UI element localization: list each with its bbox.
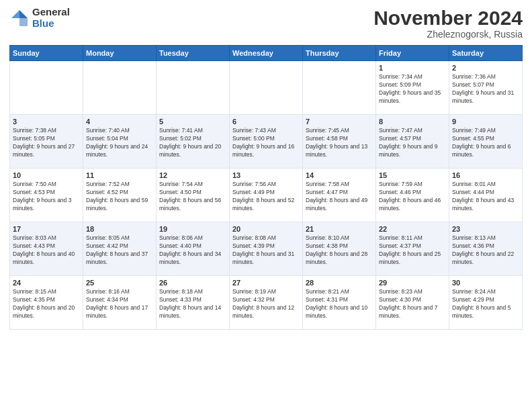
day-number: 10 <box>13 171 80 179</box>
col-sunday: Sunday <box>10 46 83 61</box>
day-info: Sunrise: 8:13 AM Sunset: 4:36 PM Dayligh… <box>452 234 519 267</box>
day-number: 2 <box>452 64 519 72</box>
table-row: 6Sunrise: 7:43 AM Sunset: 5:00 PM Daylig… <box>230 115 303 169</box>
table-row: 11Sunrise: 7:52 AM Sunset: 4:52 PM Dayli… <box>83 169 157 222</box>
day-info: Sunrise: 8:01 AM Sunset: 4:44 PM Dayligh… <box>452 181 519 213</box>
day-info: Sunrise: 7:52 AM Sunset: 4:52 PM Dayligh… <box>86 181 153 213</box>
logo-icon <box>9 8 30 28</box>
location: Zheleznogorsk, Russia <box>373 29 523 40</box>
day-number: 14 <box>306 171 373 179</box>
table-row <box>157 61 230 115</box>
table-row: 9Sunrise: 7:49 AM Sunset: 4:55 PM Daylig… <box>449 115 523 169</box>
col-wednesday: Wednesday <box>230 46 303 61</box>
day-info: Sunrise: 7:36 AM Sunset: 5:07 PM Dayligh… <box>452 73 519 105</box>
table-row: 16Sunrise: 8:01 AM Sunset: 4:44 PM Dayli… <box>449 169 523 222</box>
col-thursday: Thursday <box>303 46 376 61</box>
table-row: 14Sunrise: 7:58 AM Sunset: 4:47 PM Dayli… <box>303 169 376 222</box>
day-number: 26 <box>159 279 226 287</box>
day-number: 29 <box>379 279 446 287</box>
day-info: Sunrise: 7:47 AM Sunset: 4:57 PM Dayligh… <box>379 127 446 159</box>
table-row: 5Sunrise: 7:41 AM Sunset: 5:02 PM Daylig… <box>157 115 230 169</box>
table-row: 1Sunrise: 7:34 AM Sunset: 5:09 PM Daylig… <box>376 61 449 115</box>
day-number: 17 <box>13 225 80 233</box>
table-row: 29Sunrise: 8:23 AM Sunset: 4:30 PM Dayli… <box>376 276 449 330</box>
day-info: Sunrise: 7:40 AM Sunset: 5:04 PM Dayligh… <box>86 127 153 159</box>
day-number: 5 <box>159 118 226 126</box>
day-info: Sunrise: 7:45 AM Sunset: 4:58 PM Dayligh… <box>306 127 373 159</box>
day-number: 16 <box>452 171 519 179</box>
logo-general-text: General <box>32 7 70 18</box>
svg-marker-1 <box>19 18 28 26</box>
day-number: 4 <box>86 118 153 126</box>
calendar-header-row: Sunday Monday Tuesday Wednesday Thursday… <box>10 46 523 61</box>
table-row: 30Sunrise: 8:24 AM Sunset: 4:29 PM Dayli… <box>449 276 523 330</box>
day-info: Sunrise: 7:41 AM Sunset: 5:02 PM Dayligh… <box>159 127 226 159</box>
page: General Blue November 2024 Zheleznogorsk… <box>0 0 532 411</box>
day-info: Sunrise: 7:56 AM Sunset: 4:49 PM Dayligh… <box>232 181 300 213</box>
table-row: 13Sunrise: 7:56 AM Sunset: 4:49 PM Dayli… <box>230 169 303 222</box>
day-number: 18 <box>86 225 153 233</box>
table-row <box>83 61 157 115</box>
day-info: Sunrise: 7:59 AM Sunset: 4:46 PM Dayligh… <box>379 181 446 213</box>
day-info: Sunrise: 8:11 AM Sunset: 4:37 PM Dayligh… <box>379 234 446 267</box>
table-row: 23Sunrise: 8:13 AM Sunset: 4:36 PM Dayli… <box>449 222 523 276</box>
day-info: Sunrise: 8:21 AM Sunset: 4:31 PM Dayligh… <box>306 288 373 320</box>
col-saturday: Saturday <box>449 46 523 61</box>
table-row: 10Sunrise: 7:50 AM Sunset: 4:53 PM Dayli… <box>10 169 83 222</box>
day-info: Sunrise: 8:16 AM Sunset: 4:34 PM Dayligh… <box>86 288 153 320</box>
day-number: 24 <box>13 279 80 287</box>
day-info: Sunrise: 7:43 AM Sunset: 5:00 PM Dayligh… <box>232 127 300 159</box>
day-info: Sunrise: 8:06 AM Sunset: 4:40 PM Dayligh… <box>159 234 226 267</box>
day-info: Sunrise: 8:03 AM Sunset: 4:43 PM Dayligh… <box>13 234 80 267</box>
day-info: Sunrise: 7:54 AM Sunset: 4:50 PM Dayligh… <box>159 181 226 213</box>
table-row: 3Sunrise: 7:38 AM Sunset: 5:05 PM Daylig… <box>10 115 83 169</box>
table-row: 21Sunrise: 8:10 AM Sunset: 4:38 PM Dayli… <box>303 222 376 276</box>
day-number: 12 <box>159 171 226 179</box>
day-info: Sunrise: 7:50 AM Sunset: 4:53 PM Dayligh… <box>13 181 80 213</box>
day-info: Sunrise: 8:08 AM Sunset: 4:39 PM Dayligh… <box>232 234 300 267</box>
day-info: Sunrise: 8:05 AM Sunset: 4:42 PM Dayligh… <box>86 234 153 267</box>
logo: General Blue <box>9 7 70 29</box>
svg-marker-0 <box>19 10 28 18</box>
table-row: 7Sunrise: 7:45 AM Sunset: 4:58 PM Daylig… <box>303 115 376 169</box>
day-number: 20 <box>232 225 300 233</box>
day-info: Sunrise: 8:24 AM Sunset: 4:29 PM Dayligh… <box>452 288 519 320</box>
table-row: 8Sunrise: 7:47 AM Sunset: 4:57 PM Daylig… <box>376 115 449 169</box>
table-row: 19Sunrise: 8:06 AM Sunset: 4:40 PM Dayli… <box>157 222 230 276</box>
table-row <box>230 61 303 115</box>
table-row: 25Sunrise: 8:16 AM Sunset: 4:34 PM Dayli… <box>83 276 157 330</box>
day-info: Sunrise: 8:23 AM Sunset: 4:30 PM Dayligh… <box>379 288 446 320</box>
day-info: Sunrise: 7:38 AM Sunset: 5:05 PM Dayligh… <box>13 127 80 159</box>
col-monday: Monday <box>83 46 157 61</box>
table-row: 4Sunrise: 7:40 AM Sunset: 5:04 PM Daylig… <box>83 115 157 169</box>
table-row: 12Sunrise: 7:54 AM Sunset: 4:50 PM Dayli… <box>157 169 230 222</box>
day-number: 27 <box>232 279 300 287</box>
calendar-table: Sunday Monday Tuesday Wednesday Thursday… <box>9 45 523 330</box>
table-row: 24Sunrise: 8:15 AM Sunset: 4:35 PM Dayli… <box>10 276 83 330</box>
day-number: 9 <box>452 118 519 126</box>
header: General Blue November 2024 Zheleznogorsk… <box>9 7 523 40</box>
day-info: Sunrise: 8:15 AM Sunset: 4:35 PM Dayligh… <box>13 288 80 320</box>
day-number: 6 <box>232 118 300 126</box>
day-number: 28 <box>306 279 373 287</box>
day-number: 23 <box>452 225 519 233</box>
logo-blue-text: Blue <box>32 18 70 30</box>
calendar-week-1: 1Sunrise: 7:34 AM Sunset: 5:09 PM Daylig… <box>10 61 523 115</box>
table-row: 18Sunrise: 8:05 AM Sunset: 4:42 PM Dayli… <box>83 222 157 276</box>
table-row: 2Sunrise: 7:36 AM Sunset: 5:07 PM Daylig… <box>449 61 523 115</box>
logo-text: General Blue <box>32 7 70 29</box>
day-info: Sunrise: 8:18 AM Sunset: 4:33 PM Dayligh… <box>159 288 226 320</box>
day-number: 19 <box>159 225 226 233</box>
day-number: 1 <box>379 64 446 72</box>
day-number: 15 <box>379 171 446 179</box>
table-row: 22Sunrise: 8:11 AM Sunset: 4:37 PM Dayli… <box>376 222 449 276</box>
month-title: November 2024 <box>373 7 523 29</box>
col-tuesday: Tuesday <box>157 46 230 61</box>
svg-marker-2 <box>11 10 19 18</box>
day-number: 21 <box>306 225 373 233</box>
day-number: 22 <box>379 225 446 233</box>
table-row <box>303 61 376 115</box>
day-info: Sunrise: 7:34 AM Sunset: 5:09 PM Dayligh… <box>379 73 446 105</box>
table-row: 17Sunrise: 8:03 AM Sunset: 4:43 PM Dayli… <box>10 222 83 276</box>
day-info: Sunrise: 7:49 AM Sunset: 4:55 PM Dayligh… <box>452 127 519 159</box>
